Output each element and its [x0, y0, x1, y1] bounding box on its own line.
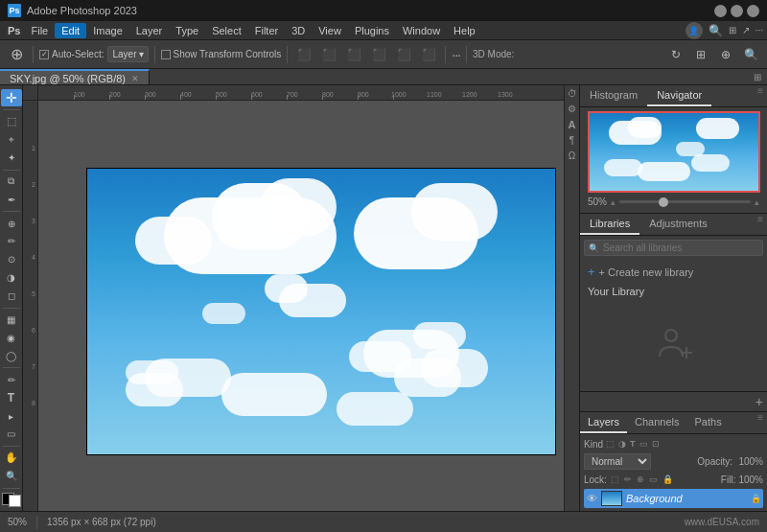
tool-hand[interactable]: ✋ [1, 450, 22, 467]
tool-path-select[interactable]: ▸ [1, 407, 22, 425]
tab-paths[interactable]: Paths [687, 412, 730, 433]
maximize-button[interactable] [731, 5, 743, 17]
layer-name[interactable]: Background [626, 493, 747, 504]
align-left-icon[interactable]: ⬛ [293, 44, 314, 65]
close-button[interactable] [747, 5, 759, 17]
history-icon[interactable]: ⏱ [568, 88, 577, 99]
align-center-icon[interactable]: ⬛ [318, 44, 339, 65]
char-icon[interactable]: A [569, 119, 576, 130]
tool-eyedropper[interactable]: ✒ [1, 191, 22, 208]
menu-ps[interactable]: Ps [4, 23, 24, 38]
toolbar-move-icon[interactable]: ⊕ [6, 44, 27, 65]
align-middle-icon[interactable]: ⬛ [393, 44, 414, 65]
layers-panel-menu-icon[interactable]: ≡ [757, 412, 763, 433]
discover-icon[interactable]: ⊞ [729, 25, 736, 35]
more-icon[interactable]: ··· [755, 25, 763, 35]
document-tab-close[interactable]: ✕ [131, 74, 139, 83]
tool-blur[interactable]: ◉ [1, 330, 22, 347]
paragraph-icon[interactable]: ¶ [569, 135, 574, 146]
lock-transparent-icon[interactable]: ⬚ [610, 474, 620, 485]
minimize-button[interactable] [714, 5, 727, 17]
tool-dodge[interactable]: ◯ [1, 347, 22, 364]
tab-histogram[interactable]: Histogram [580, 85, 647, 106]
rotate-3d-icon[interactable]: ↻ [665, 44, 686, 65]
menu-type[interactable]: Type [169, 23, 205, 38]
lock-position-icon[interactable]: ⊕ [636, 474, 645, 485]
search-icon[interactable]: 🔍 [709, 24, 723, 37]
nav-zoom-min-icon[interactable]: ▴ [611, 197, 616, 207]
pan-3d-icon[interactable]: ⊕ [715, 44, 736, 65]
tool-gradient[interactable]: ▦ [1, 312, 22, 329]
layers-type-icon[interactable]: T [629, 438, 637, 450]
panel-menu-icon[interactable]: ≡ [757, 85, 763, 106]
menu-view[interactable]: View [312, 23, 348, 38]
menu-plugins[interactable]: Plugins [348, 23, 396, 38]
tab-navigator[interactable]: Navigator [647, 85, 711, 106]
align-bottom-icon[interactable]: ⬛ [418, 44, 439, 65]
navigator-zoom-slider[interactable] [619, 200, 751, 203]
tool-brush[interactable]: ✏ [1, 233, 22, 250]
tool-healing[interactable]: ⊕ [1, 215, 22, 232]
create-library-button[interactable]: + + Create new library [584, 262, 763, 282]
title-bar-controls[interactable] [714, 5, 759, 17]
tab-arrange-icon[interactable]: ⊞ [754, 72, 761, 82]
layers-adj-icon[interactable]: ◑ [617, 438, 627, 450]
library-search-input[interactable] [603, 243, 758, 253]
tool-move[interactable]: ✛ [1, 89, 22, 106]
color-boxes[interactable] [2, 493, 21, 507]
show-transform-check[interactable] [161, 50, 171, 59]
lock-all-icon[interactable]: 🔒 [662, 474, 674, 485]
menu-window[interactable]: Window [396, 23, 447, 38]
tab-libraries[interactable]: Libraries [580, 214, 639, 235]
libraries-panel-menu-icon[interactable]: ≡ [757, 214, 763, 235]
align-top-icon[interactable]: ⬛ [368, 44, 389, 65]
layers-shape-icon[interactable]: ▭ [639, 438, 649, 450]
nav-zoom-max-icon[interactable]: ▴ [755, 197, 759, 207]
menu-file[interactable]: File [24, 23, 55, 38]
user-icon[interactable]: 👤 [686, 22, 703, 39]
tab-adjustments[interactable]: Adjustments [639, 214, 717, 235]
library-search-box[interactable]: 🔍 [584, 240, 763, 256]
menu-layer[interactable]: Layer [129, 23, 170, 38]
library-add-button[interactable]: + [580, 391, 767, 411]
tool-crop[interactable]: ⧉ [1, 173, 22, 190]
lock-image-icon[interactable]: ✏ [623, 474, 633, 485]
tool-zoom[interactable]: 🔍 [1, 468, 22, 485]
auto-select-checkbox[interactable]: ✓ Auto-Select: [39, 49, 104, 59]
tool-eraser[interactable]: ◻ [1, 288, 22, 305]
show-transform-checkbox[interactable]: Show Transform Controls [161, 49, 282, 59]
layers-pixel-icon[interactable]: ⬚ [605, 438, 616, 450]
tab-controls[interactable]: ⊞ [748, 69, 767, 84]
align-right-icon[interactable]: ⬛ [343, 44, 364, 65]
menu-help[interactable]: Help [447, 23, 482, 38]
menu-filter[interactable]: Filter [248, 23, 285, 38]
document-tab-sky[interactable]: SKY.jpg @ 50% (RGB/8) ✕ [0, 69, 150, 84]
tool-clone[interactable]: ⊙ [1, 251, 22, 268]
tab-channels[interactable]: Channels [627, 412, 686, 433]
tool-type[interactable]: T [1, 389, 22, 406]
tool-lasso[interactable]: ⌖ [1, 131, 22, 149]
menu-select[interactable]: Select [205, 23, 248, 38]
menu-3d[interactable]: 3D [285, 23, 312, 38]
share-icon[interactable]: ↗ [742, 25, 750, 35]
layer-visibility-icon[interactable]: 👁 [586, 493, 597, 504]
toolbar-more[interactable]: ··· [452, 47, 460, 62]
zoom-3d-icon[interactable]: 🔍 [740, 44, 761, 65]
layers-mode-dropdown[interactable]: Normal Multiply Screen [584, 453, 651, 470]
tool-history[interactable]: ◑ [1, 269, 22, 287]
tool-magic-wand[interactable]: ✦ [1, 150, 22, 167]
properties-icon[interactable]: ⚙ [568, 104, 576, 114]
menu-edit[interactable]: Edit [55, 23, 86, 38]
layer-dropdown[interactable]: Layer ▾ [107, 46, 148, 62]
tab-layers[interactable]: Layers [580, 412, 627, 433]
lock-artboard-icon[interactable]: ▭ [648, 474, 659, 485]
menu-image[interactable]: Image [86, 23, 129, 38]
auto-select-check[interactable]: ✓ [39, 50, 49, 59]
library-plus-icon[interactable]: + [755, 394, 763, 409]
tool-shape[interactable]: ▭ [1, 426, 22, 443]
layers-smart-icon[interactable]: ⊡ [651, 438, 661, 450]
navigator-zoom-thumb[interactable] [659, 197, 668, 207]
arrange-3d-icon[interactable]: ⊞ [690, 44, 711, 65]
glyphs-icon[interactable]: Ω [569, 150, 575, 161]
tool-pen[interactable]: ✏ [1, 371, 22, 388]
